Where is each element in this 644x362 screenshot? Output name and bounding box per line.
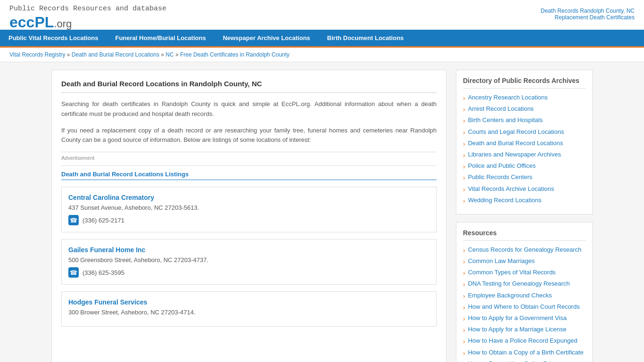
sidebar-link-item-3: Courts and Legal Record Locations (463, 128, 586, 136)
sidebar-arrow-1 (463, 258, 465, 265)
sidebar-arrow-4 (463, 140, 465, 148)
sidebar-link-how-to-protect-your-online-privacy[interactable]: How to Protect Your Online Privacy (468, 360, 563, 362)
sidebar-link-item-1: Common Law Marriages (463, 257, 586, 265)
sidebar-arrow-8 (463, 337, 465, 345)
sidebar-link-item-9: How to Obtain a Copy of a Birth Certific… (463, 348, 586, 357)
sidebar-link-item-1: Arrest Record Locations (463, 105, 586, 113)
sidebar: Directory of Public Records Archives Anc… (456, 70, 593, 362)
logo-ecc: ecc (9, 14, 34, 31)
sidebar-link-common-types-of-vital-records[interactable]: Common Types of Vital Records (468, 268, 556, 277)
listing-phone-row-0: ☎(336) 625-2171 (68, 215, 429, 225)
phone-icon-1: ☎ (68, 267, 79, 278)
body-text-2: If you need a replacement copy of a deat… (61, 126, 437, 146)
listings-container: Central Carolina Crematory437 Sunset Ave… (61, 187, 437, 327)
sidebar-link-police-and-public-offices[interactable]: Police and Public Offices (468, 162, 536, 170)
breadcrumb-item-1[interactable]: Death and Burial Record Locations (72, 51, 159, 58)
sidebar-arrow-6 (463, 315, 465, 322)
nav-item-newspaper-archive-locations[interactable]: Newspaper Archive Locations (215, 30, 319, 46)
sidebar-link-item-5: Libraries and Newspaper Archives (463, 150, 586, 159)
listing-name-0[interactable]: Central Carolina Crematory (68, 194, 429, 201)
sidebar-directory-links: Ancestry Research LocationsArrest Record… (463, 93, 586, 205)
sidebar-resources-box: Resources Census Records for Genealogy R… (456, 222, 593, 362)
sidebar-arrow-4 (463, 292, 465, 300)
listing-card-0: Central Carolina Crematory437 Sunset Ave… (61, 187, 437, 232)
sidebar-link-arrest-record-locations[interactable]: Arrest Record Locations (468, 105, 534, 113)
site-tagline: Public Records Resources and database (9, 5, 166, 13)
sidebar-arrow-2 (463, 269, 465, 277)
sidebar-link-wedding-record-locations[interactable]: Wedding Record Locations (468, 196, 542, 205)
header-related-links: Death Records Randolph County, NC Replac… (541, 5, 635, 21)
sidebar-link-item-8: How to Have a Police Record Expunged (463, 337, 586, 345)
body-text-1: Searching for death certificates in Rand… (61, 99, 437, 119)
sidebar-directory-box: Directory of Public Records Archives Anc… (456, 70, 593, 214)
sidebar-link-how-and-where-to-obtain-court-records[interactable]: How and Where to Obtain Court Records (468, 303, 580, 311)
sidebar-arrow-8 (463, 186, 465, 193)
sidebar-link-common-law-marriages[interactable]: Common Law Marriages (468, 257, 535, 265)
header: Public Records Resources and database ec… (0, 0, 644, 30)
page-title: Death and Burial Record Locations in Ran… (61, 80, 437, 93)
listing-name-2[interactable]: Hodges Funeral Services (68, 298, 429, 306)
sidebar-arrow-2 (463, 117, 465, 124)
breadcrumb-item-0[interactable]: Vital Records Registry (9, 51, 66, 58)
sidebar-link-employee-background-checks[interactable]: Employee Background Checks (468, 291, 552, 300)
phone-icon-0: ☎ (68, 215, 79, 225)
nav-item-public-vital-records-locations[interactable]: Public Vital Records Locations (0, 30, 107, 46)
listing-card-1: Gailes Funeral Home Inc500 Greensboro St… (61, 239, 437, 285)
breadcrumb-item-3[interactable]: Free Death Certificates in Randolph Coun… (180, 51, 289, 58)
sidebar-resources-links: Census Records for Genealogy ResearchCom… (463, 246, 586, 362)
sidebar-link-birth-centers-and-hospitals[interactable]: Birth Centers and Hospitals (468, 116, 543, 124)
sidebar-arrow-7 (463, 326, 465, 334)
main-layout: Death and Burial Record Locations in Ran… (44, 62, 600, 362)
breadcrumb-separator: » (174, 51, 180, 58)
breadcrumb-separator: » (66, 51, 72, 58)
site-logo[interactable]: eccPL.org (9, 15, 166, 30)
sidebar-link-how-to-obtain-a-copy-of-a-birth-certificate[interactable]: How to Obtain a Copy of a Birth Certific… (468, 348, 584, 357)
sidebar-link-item-7: Public Records Centers (463, 173, 586, 181)
sidebar-arrow-6 (463, 163, 465, 170)
breadcrumb: Vital Records Registry » Death and Buria… (0, 48, 644, 62)
sidebar-link-vital-records-archive-locations[interactable]: Vital Records Archive Locations (468, 185, 554, 193)
sidebar-link-public-records-centers[interactable]: Public Records Centers (468, 173, 533, 181)
logo-org: .org (54, 18, 72, 30)
sidebar-link-how-to-apply-for-a-marriage-license[interactable]: How to Apply for a Marriage License (468, 325, 567, 334)
sidebar-link-item-6: How to Apply for a Government Visa (463, 314, 586, 322)
sidebar-arrow-9 (463, 349, 465, 357)
sidebar-link-death-and-burial-record-locations[interactable]: Death and Burial Record Locations (468, 139, 563, 148)
sidebar-link-courts-and-legal-record-locations[interactable]: Courts and Legal Record Locations (468, 128, 564, 136)
related-link-2[interactable]: Replacement Death Certificates (541, 14, 635, 21)
sidebar-link-census-records-for-genealogy-research[interactable]: Census Records for Genealogy Research (468, 246, 582, 254)
sidebar-arrow-0 (463, 247, 465, 254)
advertisement-label: Advertisement (61, 152, 437, 161)
sidebar-link-item-7: How to Apply for a Marriage License (463, 325, 586, 334)
sidebar-link-item-8: Vital Records Archive Locations (463, 185, 586, 193)
listings-section-heading: Death and Burial Record Locations Listin… (61, 171, 437, 180)
sidebar-link-item-10: How to Protect Your Online Privacy (463, 360, 586, 362)
sidebar-arrow-7 (463, 174, 465, 181)
nav-item-funeral-home/burial-locations[interactable]: Funeral Home/Burial Locations (107, 30, 214, 46)
listing-name-1[interactable]: Gailes Funeral Home Inc (68, 246, 429, 254)
sidebar-resources-title: Resources (463, 229, 586, 241)
sidebar-link-item-5: How and Where to Obtain Court Records (463, 303, 586, 311)
nav-item-birth-document-locations[interactable]: Birth Document Locations (319, 30, 413, 46)
sidebar-link-item-0: Ancestry Research Locations (463, 93, 586, 102)
listing-phone-number-1: (336) 625-3595 (83, 269, 124, 276)
breadcrumb-item-2[interactable]: NC (165, 51, 173, 58)
sidebar-arrow-3 (463, 280, 465, 288)
listing-card-2: Hodges Funeral Services300 Brower Street… (61, 291, 437, 327)
sidebar-arrow-5 (463, 304, 465, 311)
listing-address-1: 500 Greensboro Street, Asheboro, NC 2720… (68, 256, 429, 263)
sidebar-link-dna-testing-for-genealogy-research[interactable]: DNA Testing for Genealogy Research (468, 280, 570, 288)
sidebar-link-libraries-and-newspaper-archives[interactable]: Libraries and Newspaper Archives (468, 150, 561, 159)
main-nav: Public Vital Records LocationsFuneral Ho… (0, 30, 644, 48)
sidebar-link-ancestry-research-locations[interactable]: Ancestry Research Locations (468, 93, 548, 102)
sidebar-link-item-2: Common Types of Vital Records (463, 268, 586, 277)
sidebar-link-how-to-apply-for-a-government-visa[interactable]: How to Apply for a Government Visa (468, 314, 567, 322)
listing-address-0: 437 Sunset Avenue, Asheboro, NC 27203-56… (68, 204, 429, 211)
sidebar-arrow-5 (463, 151, 465, 159)
sidebar-link-how-to-have-a-police-record-expunged[interactable]: How to Have a Police Record Expunged (468, 337, 578, 345)
sidebar-link-item-3: DNA Testing for Genealogy Research (463, 280, 586, 288)
related-link-1[interactable]: Death Records Randolph County, NC (541, 8, 635, 14)
sidebar-arrow-1 (463, 106, 465, 113)
sidebar-link-item-4: Employee Background Checks (463, 291, 586, 300)
sidebar-arrow-9 (463, 197, 465, 205)
